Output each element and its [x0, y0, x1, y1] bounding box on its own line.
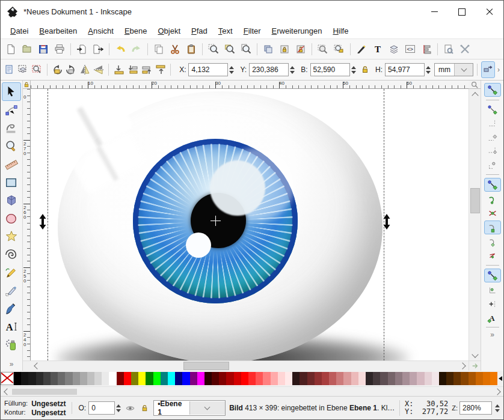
palette-swatch[interactable] [490, 372, 497, 385]
deselect-icon[interactable] [31, 62, 43, 78]
toolbox-overflow-button[interactable]: » [10, 360, 14, 368]
palette-swatch[interactable] [343, 372, 351, 385]
menu-ebene[interactable]: Ebene [120, 25, 152, 37]
tool-bezier-pen[interactable] [2, 282, 20, 299]
minimize-button[interactable] [420, 1, 448, 23]
flip-vertical-icon[interactable] [93, 62, 105, 78]
snap-bbox-corners[interactable] [485, 131, 500, 144]
tool-tweak[interactable] [2, 120, 20, 137]
palette-swatch[interactable] [219, 372, 226, 385]
snap-nodes-paths-toggle[interactable] [484, 178, 501, 192]
paste-icon[interactable] [183, 41, 199, 57]
duplicate-icon[interactable] [260, 41, 276, 57]
unit-dropdown-button[interactable] [454, 64, 473, 76]
palette-swatch[interactable] [124, 372, 131, 385]
toolbar-overflow-button[interactable]: › [497, 65, 500, 74]
close-button[interactable] [476, 1, 503, 23]
palette-swatch[interactable] [469, 372, 476, 385]
y-spin-arrows[interactable] [290, 66, 295, 74]
align-distribute-icon[interactable] [419, 41, 434, 57]
palette-swatch[interactable] [153, 372, 161, 385]
menu-hilfe[interactable]: Hilfe [328, 25, 353, 37]
menu-text[interactable]: Text [214, 25, 238, 37]
palette-swatch[interactable] [234, 372, 241, 385]
palette-swatch[interactable] [109, 372, 116, 385]
rotate-ccw-icon[interactable] [51, 62, 64, 78]
tool-star[interactable] [2, 228, 20, 245]
menu-erweiterungen[interactable]: Erweiterungen [267, 25, 327, 37]
raise-to-top-icon[interactable] [154, 62, 167, 78]
zoom-to-drawing-icon[interactable] [222, 41, 238, 57]
snap-bbox-edge-midpoints[interactable] [485, 145, 500, 157]
palette-swatch[interactable] [380, 372, 387, 385]
save-document-icon[interactable] [35, 41, 51, 57]
menu-filter[interactable]: Filter [239, 25, 266, 37]
maximize-button[interactable] [448, 1, 476, 23]
palette-swatch[interactable] [395, 372, 402, 385]
palette-swatch[interactable] [117, 372, 124, 385]
palette-swatch-none[interactable] [1, 372, 14, 385]
palette-swatch[interactable] [65, 372, 72, 385]
x-input[interactable]: 4,132 [188, 63, 228, 76]
snap-others-toggle[interactable] [484, 269, 501, 282]
snap-bbox-edges[interactable] [485, 117, 500, 130]
zoom-to-page-icon[interactable] [238, 41, 254, 57]
palette-swatch[interactable] [461, 372, 468, 385]
palette-swatch[interactable] [263, 372, 270, 385]
snap-rotation-centers[interactable] [485, 297, 500, 310]
palette-swatch[interactable] [351, 372, 358, 385]
y-input[interactable]: 230,386 [249, 63, 289, 76]
palette-swatch[interactable] [410, 372, 417, 385]
width-spin-arrows[interactable] [351, 66, 356, 74]
snap-bbox-centers[interactable] [485, 159, 500, 171]
zoom-input[interactable]: 280% [459, 401, 492, 415]
palette-swatch[interactable] [278, 372, 285, 385]
layers-dialog-icon[interactable] [386, 41, 402, 57]
palette-swatch[interactable] [168, 372, 175, 385]
xml-editor-icon[interactable]: <> [402, 41, 418, 57]
palette-swatch[interactable] [80, 372, 87, 385]
palette-swatch[interactable] [21, 372, 28, 385]
palette-swatch[interactable] [373, 372, 380, 385]
palette-swatch[interactable] [43, 372, 51, 385]
lower-icon[interactable] [126, 62, 139, 78]
palette-swatch[interactable] [483, 372, 490, 385]
palette-scroll-right-button[interactable] [493, 389, 503, 394]
edit-find-icon[interactable] [331, 41, 347, 57]
palette-swatch[interactable] [432, 372, 439, 385]
cut-icon[interactable] [167, 41, 183, 57]
snap-path-intersections[interactable] [485, 207, 500, 219]
snapbar-overflow-button[interactable]: » [490, 330, 494, 339]
palette-swatch[interactable] [102, 372, 109, 385]
snap-cusp-nodes[interactable] [484, 221, 501, 234]
opacity-spin-arrows[interactable] [116, 404, 121, 412]
palette-swatch[interactable] [226, 372, 233, 385]
import-icon[interactable] [74, 41, 90, 57]
skew-handle-right[interactable] [383, 214, 391, 230]
palette-swatch[interactable] [190, 372, 197, 385]
tool-3d-box[interactable] [2, 192, 20, 209]
palette-swatch[interactable] [131, 372, 138, 385]
palette-swatch[interactable] [248, 372, 256, 385]
palette-swatch[interactable] [292, 372, 300, 385]
palette-more-indicator[interactable] [497, 372, 503, 385]
palette-swatch[interactable] [14, 372, 21, 385]
layer-selector[interactable]: •Ebene 1 [153, 400, 226, 416]
palette-swatch[interactable] [300, 372, 307, 385]
palette-swatch[interactable] [417, 372, 424, 385]
select-original-icon[interactable] [315, 41, 331, 57]
x-spin-arrows[interactable] [229, 66, 234, 74]
palette-swatch[interactable] [425, 372, 432, 385]
palette-swatch[interactable] [446, 372, 453, 385]
palette-swatch[interactable] [94, 372, 102, 385]
fill-stroke-indicator[interactable]: Füllung: Ungesetzt Kontur: Ungesetzt [4, 400, 66, 417]
tool-selector[interactable] [2, 82, 21, 101]
palette-swatch[interactable] [73, 372, 80, 385]
palette-swatch[interactable] [322, 372, 329, 385]
lower-to-bottom-icon[interactable] [112, 62, 125, 78]
snap-object-centers[interactable] [485, 284, 500, 296]
redo-icon[interactable] [129, 41, 144, 57]
palette-swatch[interactable] [51, 372, 58, 385]
tool-ellipse[interactable] [2, 210, 20, 227]
tool-zoom[interactable] [2, 138, 20, 155]
